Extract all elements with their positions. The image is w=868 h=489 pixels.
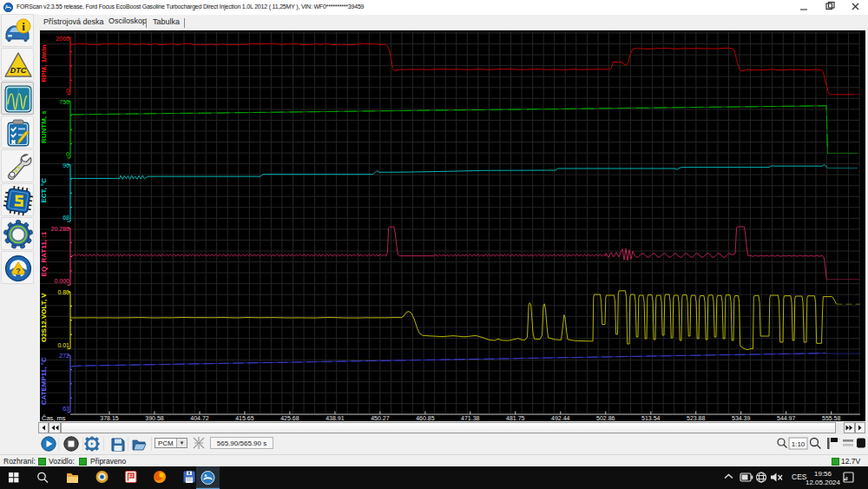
svg-text:0.80: 0.80	[57, 289, 69, 295]
svg-text:555.58: 555.58	[822, 415, 841, 421]
svg-text:12.05.2024: 12.05.2024	[806, 479, 841, 486]
svg-text:1:10: 1:10	[792, 440, 806, 448]
svg-text:390.58: 390.58	[145, 415, 164, 421]
svg-text:438.91: 438.91	[326, 415, 345, 421]
svg-text:523.88: 523.88	[687, 415, 706, 421]
svg-text:544.97: 544.97	[777, 415, 796, 421]
svg-text:?: ?	[16, 267, 21, 275]
svg-text:534.39: 534.39	[732, 415, 751, 421]
svg-text:481.75: 481.75	[506, 415, 525, 421]
svg-text:0.000: 0.000	[54, 278, 69, 284]
svg-text:404.72: 404.72	[190, 415, 209, 421]
svg-text:CATEMP11, °C: CATEMP11, °C	[40, 357, 48, 405]
svg-text:460.85: 460.85	[416, 415, 435, 421]
svg-text:513.54: 513.54	[641, 415, 661, 421]
svg-text:90: 90	[62, 162, 69, 169]
svg-text:63: 63	[62, 406, 69, 412]
svg-text:471.38: 471.38	[461, 415, 480, 421]
svg-text:0: 0	[66, 151, 69, 157]
svg-text:0: 0	[66, 88, 69, 94]
svg-text:492.44: 492.44	[551, 415, 570, 421]
svg-text:68: 68	[62, 215, 69, 221]
svg-text:425.68: 425.68	[280, 415, 299, 421]
svg-text:20.280: 20.280	[51, 226, 70, 232]
svg-text:RPM, 1/min: RPM, 1/min	[40, 44, 48, 82]
svg-text:Čas, ms: Čas, ms	[42, 414, 66, 422]
svg-text:378.15: 378.15	[100, 415, 119, 421]
svg-text:DTC: DTC	[10, 66, 27, 75]
svg-text:O2S12.VOLT, V: O2S12.VOLT, V	[40, 293, 48, 342]
svg-text:502.86: 502.86	[596, 415, 615, 421]
svg-text:RUNTM, s: RUNTM, s	[40, 110, 48, 143]
svg-text:272: 272	[59, 353, 69, 359]
svg-text:750: 750	[59, 99, 69, 105]
svg-text:2000: 2000	[56, 36, 69, 42]
svg-text:0.01: 0.01	[57, 342, 69, 348]
svg-text:EQ_RAT11, :1: EQ_RAT11, :1	[40, 231, 48, 276]
svg-text:450.27: 450.27	[371, 415, 390, 421]
svg-text:19:56: 19:56	[814, 470, 832, 478]
svg-text:i: i	[22, 20, 25, 33]
svg-text:415.65: 415.65	[235, 415, 254, 421]
svg-text:ECT, °C: ECT, °C	[40, 178, 48, 203]
